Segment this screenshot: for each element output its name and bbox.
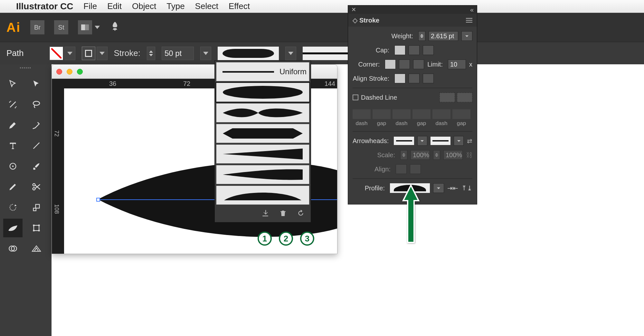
- align-outside-button[interactable]: [423, 74, 434, 83]
- window-minimize-button[interactable]: [67, 69, 72, 75]
- scale-tool[interactable]: [27, 198, 46, 217]
- swap-arrowheads-icon[interactable]: [467, 137, 472, 145]
- arrowhead-end-dropdown[interactable]: [454, 136, 464, 146]
- delete-profile-icon[interactable]: [279, 209, 287, 220]
- arrowhead-start-dropdown[interactable]: [417, 136, 427, 146]
- weight-dropdown[interactable]: [461, 31, 472, 41]
- free-transform-tool[interactable]: [27, 219, 46, 237]
- cap-butt-button[interactable]: [394, 45, 405, 55]
- line-tool[interactable]: [27, 136, 46, 155]
- svg-rect-8: [34, 225, 39, 231]
- ruler-vertical[interactable]: 72 108: [52, 79, 64, 254]
- stroke-swatch[interactable]: [82, 47, 95, 60]
- menu-effect[interactable]: Effect: [229, 1, 250, 11]
- width-profile-preview[interactable]: [218, 47, 279, 60]
- flip-horizontal-icon[interactable]: ⇥⇤: [447, 184, 458, 192]
- layout-chevron-icon[interactable]: [95, 26, 100, 29]
- stroke-panel: ✕ « ◇ Stroke Weight: 2.615 pt Cap: Corne…: [348, 5, 477, 204]
- selection-tool[interactable]: [3, 75, 23, 93]
- arrowhead-end[interactable]: [431, 137, 451, 145]
- layout-chip[interactable]: [78, 20, 92, 34]
- fill-dropdown[interactable]: [64, 47, 75, 60]
- stroke-dropdown[interactable]: [97, 47, 108, 60]
- window-zoom-button[interactable]: [77, 69, 83, 75]
- profile-width-2[interactable]: [216, 103, 309, 123]
- lasso-tool[interactable]: [27, 95, 46, 114]
- dash-input-1[interactable]: [353, 109, 371, 119]
- gap-input-1[interactable]: [373, 109, 391, 119]
- gpu-rocket-icon[interactable]: [109, 21, 120, 34]
- profile-width-6[interactable]: [216, 186, 309, 205]
- flip-vertical-icon[interactable]: ⤒⤓: [461, 184, 472, 192]
- paintbrush-tool[interactable]: [27, 157, 46, 176]
- gap-input-3[interactable]: [452, 109, 470, 119]
- profile-width-5[interactable]: [216, 165, 309, 184]
- stroke-panel-title: Stroke: [359, 17, 379, 24]
- svg-rect-9: [33, 225, 35, 226]
- anchor-point[interactable]: [96, 198, 100, 202]
- stroke-panel-header: ◇ Stroke: [348, 14, 477, 27]
- svg-rect-12: [38, 230, 40, 232]
- close-icon[interactable]: ✕: [351, 6, 356, 13]
- bridge-chip[interactable]: Br: [30, 20, 44, 34]
- type-tool[interactable]: [3, 136, 23, 155]
- panel-tabbar[interactable]: ✕ «: [348, 5, 477, 14]
- dash-input-3[interactable]: [432, 109, 450, 119]
- magic-wand-tool[interactable]: [3, 95, 23, 114]
- shape-builder-tool[interactable]: [3, 239, 23, 258]
- fill-swatch[interactable]: [50, 47, 63, 60]
- curvature-tool[interactable]: [27, 116, 46, 134]
- app-title[interactable]: Illustrator CC: [16, 1, 73, 12]
- cap-projecting-button[interactable]: [423, 45, 434, 55]
- stroke-weight-value[interactable]: 50 pt: [162, 47, 194, 60]
- dash-preserve-button[interactable]: [440, 93, 455, 102]
- width-profile-dropdown[interactable]: [285, 47, 296, 60]
- panel-handle[interactable]: [0, 64, 52, 71]
- profile-uniform[interactable]: Uniform: [216, 62, 309, 81]
- stroke-weight-dropdown[interactable]: [200, 47, 211, 60]
- menu-file[interactable]: File: [83, 1, 97, 11]
- weight-stepper[interactable]: [418, 31, 425, 41]
- dash-align-button[interactable]: [457, 93, 472, 102]
- svg-point-5: [33, 188, 35, 190]
- ellipse-tool[interactable]: [3, 157, 23, 176]
- weight-input[interactable]: 2.615 pt: [429, 31, 458, 41]
- limit-input[interactable]: 10: [448, 59, 466, 69]
- pencil-tool[interactable]: [3, 177, 23, 196]
- perspective-tool[interactable]: [27, 239, 46, 258]
- scale-start-input: 100%: [411, 150, 430, 160]
- svg-rect-10: [38, 225, 40, 226]
- gap-input-2[interactable]: [412, 109, 431, 119]
- collapse-chevron-icon[interactable]: ◇: [353, 16, 357, 24]
- rotate-tool[interactable]: [3, 198, 23, 217]
- scissors-tool[interactable]: [27, 177, 46, 196]
- direct-selection-tool[interactable]: [27, 75, 46, 93]
- illustrator-chrome: Ai Br St Path Stroke: 50 pt: [0, 13, 644, 64]
- corner-miter-button[interactable]: [385, 59, 396, 69]
- align-inside-button[interactable]: [409, 74, 420, 83]
- align-center-button[interactable]: [394, 74, 405, 83]
- menu-type[interactable]: Type: [166, 1, 185, 11]
- stroke-weight-stepper[interactable]: [147, 47, 155, 60]
- menu-object[interactable]: Object: [132, 1, 156, 11]
- profile-width-4[interactable]: [216, 144, 309, 164]
- width-tool[interactable]: [3, 219, 23, 237]
- profile-dropdown[interactable]: [433, 183, 444, 193]
- reset-profile-icon[interactable]: [297, 209, 305, 220]
- dash-input-2[interactable]: [393, 109, 411, 119]
- save-profile-icon[interactable]: [261, 209, 270, 220]
- dashed-line-checkbox[interactable]: [353, 95, 358, 100]
- window-close-button[interactable]: [56, 69, 62, 75]
- corner-bevel-button[interactable]: [413, 59, 424, 69]
- corner-round-button[interactable]: [399, 59, 410, 69]
- cap-round-button[interactable]: [409, 45, 420, 55]
- menu-edit[interactable]: Edit: [107, 1, 122, 11]
- menu-select[interactable]: Select: [195, 1, 218, 11]
- panel-menu-icon[interactable]: [466, 18, 472, 23]
- profile-width-3[interactable]: [216, 124, 309, 143]
- stock-chip[interactable]: St: [54, 20, 68, 34]
- collapse-icon[interactable]: «: [470, 6, 474, 14]
- pen-tool[interactable]: [3, 116, 23, 134]
- profile-width-1[interactable]: [216, 83, 309, 102]
- arrowhead-start[interactable]: [394, 137, 414, 145]
